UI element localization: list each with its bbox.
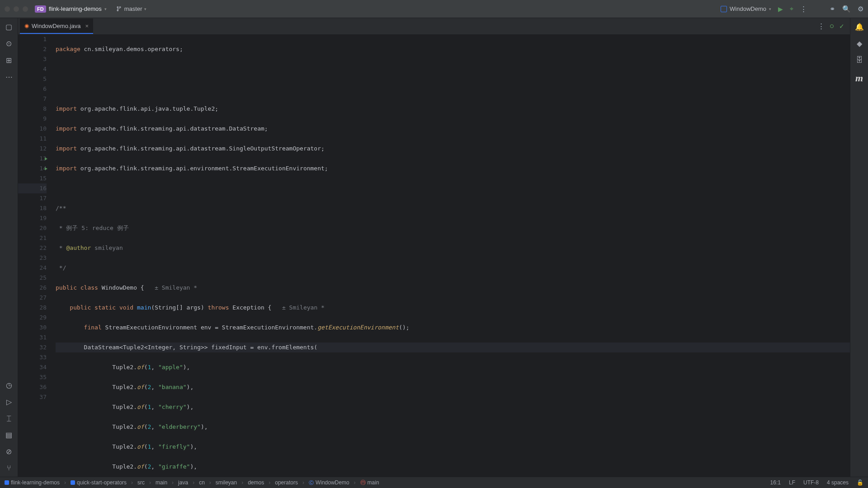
- window-controls[interactable]: [5, 6, 28, 12]
- run-tool-icon[interactable]: ▷: [6, 398, 12, 406]
- debug-button[interactable]: ⌖: [790, 5, 793, 13]
- settings-icon[interactable]: ⚙: [858, 5, 863, 13]
- maximize-window-icon[interactable]: [23, 6, 28, 12]
- java-file-icon: ◉: [24, 23, 29, 29]
- build-tool-icon[interactable]: ◷: [6, 381, 12, 389]
- ai-assist-icon[interactable]: ◆: [857, 39, 862, 48]
- more-tool-icon[interactable]: ⋯: [5, 73, 13, 81]
- run-line-icon[interactable]: ▶: [45, 164, 47, 174]
- run-button[interactable]: ▶: [778, 5, 783, 13]
- run-config-name: WindowDemo: [730, 5, 766, 12]
- tab-more-icon[interactable]: ⋮: [818, 22, 825, 30]
- vcs-tool-icon[interactable]: ⑂: [7, 464, 11, 472]
- code-with-me-icon[interactable]: ⚭: [830, 5, 835, 13]
- chevron-down-icon: ▾: [769, 7, 771, 11]
- services-tool-icon[interactable]: ▤: [5, 431, 12, 439]
- right-tool-rail: 🔔 ◆ 🗄 m: [850, 18, 868, 477]
- line-separator[interactable]: LF: [789, 479, 795, 486]
- titlebar: FD flink-learning-demos ▾ master ▾ Windo…: [0, 0, 868, 18]
- run-configuration-selector[interactable]: WindowDemo ▾: [721, 5, 771, 12]
- cursor-position[interactable]: 16:1: [770, 479, 781, 486]
- code-content[interactable]: package cn.smileyan.demos.operators; imp…: [52, 34, 850, 477]
- method-icon: ⓜ: [360, 479, 366, 487]
- branch-icon: [116, 6, 122, 12]
- analysis-check-icon[interactable]: ✓: [839, 23, 844, 30]
- run-line-icon[interactable]: ▶: [45, 154, 47, 164]
- code-editor[interactable]: 123456789101112 13▶ 14▶ 1516171819202122…: [18, 34, 850, 477]
- tab-filename: WindowDemo.java: [32, 23, 80, 29]
- branch-name: master: [124, 5, 142, 12]
- breadcrumbs[interactable]: flink-learning-demos› quick-start-operat…: [5, 479, 379, 487]
- search-icon[interactable]: 🔍: [842, 5, 851, 13]
- minimize-window-icon[interactable]: [14, 6, 19, 12]
- terminal-tool-icon[interactable]: ⌶: [7, 414, 11, 422]
- chevron-down-icon: ▾: [144, 7, 146, 11]
- editor-tabs: ◉ WindowDemo.java × ⋮ ✓: [18, 18, 850, 34]
- problems-tool-icon[interactable]: ⊘: [6, 447, 12, 456]
- inspection-ok-icon[interactable]: [830, 24, 834, 28]
- project-badge: FD: [35, 5, 46, 13]
- status-bar: flink-learning-demos› quick-start-operat…: [0, 477, 868, 488]
- readonly-lock-icon[interactable]: 🔓: [857, 479, 863, 486]
- left-tool-rail: ▢ ⊙ ⊞ ⋯ ◷ ▷ ⌶ ▤ ⊘ ⑂: [0, 18, 18, 477]
- commit-tool-icon[interactable]: ⊙: [6, 39, 12, 48]
- project-name[interactable]: flink-learning-demos: [49, 5, 102, 12]
- file-encoding[interactable]: UTF-8: [803, 479, 819, 486]
- close-window-icon[interactable]: [5, 6, 10, 12]
- run-config-icon: [721, 6, 727, 12]
- structure-tool-icon[interactable]: ⊞: [6, 56, 12, 65]
- tab-windowdemo[interactable]: ◉ WindowDemo.java ×: [20, 19, 93, 34]
- database-icon[interactable]: 🗄: [856, 56, 863, 64]
- notifications-icon[interactable]: 🔔: [855, 23, 864, 31]
- class-icon: Ⓒ: [309, 479, 314, 486]
- indent-setting[interactable]: 4 spaces: [827, 479, 849, 486]
- chevron-down-icon[interactable]: ▾: [104, 7, 107, 11]
- gutter[interactable]: 123456789101112 13▶ 14▶ 1516171819202122…: [18, 34, 52, 477]
- project-tool-icon[interactable]: ▢: [5, 23, 12, 31]
- close-tab-icon[interactable]: ×: [85, 23, 89, 29]
- module-icon: [5, 480, 9, 485]
- maven-icon[interactable]: m: [855, 72, 863, 84]
- module-icon: [71, 480, 75, 485]
- more-actions-icon[interactable]: ⋮: [800, 5, 807, 13]
- vcs-branch[interactable]: master ▾: [116, 5, 147, 12]
